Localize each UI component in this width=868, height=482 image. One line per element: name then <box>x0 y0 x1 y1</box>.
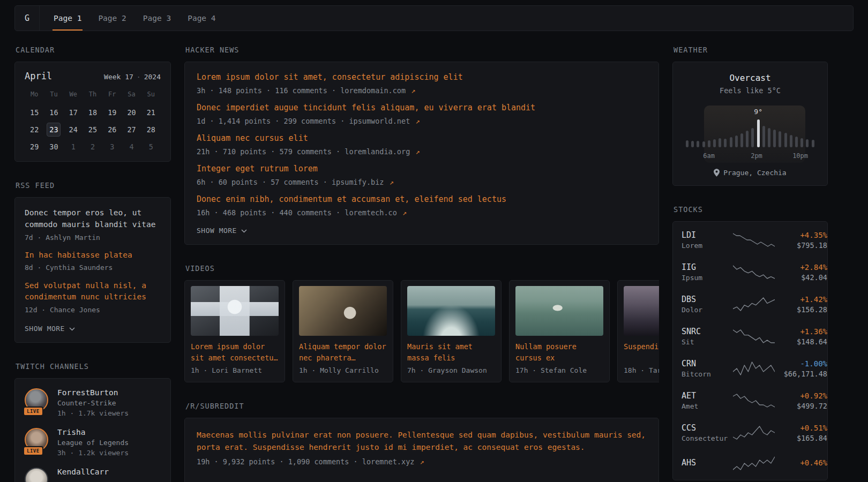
right-column: WEATHER Overcast Feels like 5°C 9° 6am2p… <box>672 46 828 482</box>
hn-item-title[interactable]: Aliquam nec cursus elit <box>197 133 647 144</box>
stock-row: IIGIpsum+2.84%$42.04 <box>682 256 819 288</box>
twitch-card: LIVEForrestBurtonCounter-Strike1h · 1.7k… <box>14 378 171 482</box>
hn-show-more-button[interactable]: SHOW MORE <box>197 227 247 235</box>
calendar-day-number: 4 <box>125 140 139 154</box>
video-thumbnail[interactable] <box>407 286 495 336</box>
weather-feels-like: Feels like 5°C <box>683 86 818 95</box>
subreddit-post-meta: 19h · 9,932 points · 1,090 comments · lo… <box>197 457 647 466</box>
current-temp-label: 9° <box>754 108 762 116</box>
video-title[interactable]: Mauris sit amet massa felis <box>407 341 495 363</box>
twitch-channel[interactable]: KendallCarr <box>25 468 161 482</box>
calendar-day: 22 <box>25 123 44 137</box>
video-title[interactable]: Suspendisse diam <box>624 341 659 363</box>
temp-bar <box>746 131 749 147</box>
stock-value-block: +0.46% <box>779 458 827 469</box>
stock-ticker-block: DBSDolor <box>682 295 729 314</box>
hn-item: Aliquam nec cursus elit21h · 710 points … <box>197 133 647 157</box>
calendar-day: 24 <box>64 123 83 137</box>
rss-item: Donec tempor eros leo, ut commodo mauris… <box>25 207 161 243</box>
video-card[interactable]: Aliquam tempor dolor nec pharetra…1h · M… <box>293 280 393 382</box>
temperature-bars: 9° <box>686 113 814 147</box>
stock-value-block: +0.92%$499.72 <box>779 391 827 410</box>
calendar-day: 26 <box>102 123 122 137</box>
temp-bar-current: 9° <box>757 119 760 147</box>
calendar-year: 2024 <box>144 73 161 81</box>
twitch-avatar: LIVE <box>25 388 49 415</box>
stock-sparkline-chart <box>733 264 775 280</box>
video-title[interactable]: Lorem ipsum dolor sit amet consectetu… <box>191 341 279 363</box>
stock-change: -1.00% <box>779 359 827 368</box>
stock-sparkline-chart <box>733 328 775 344</box>
calendar-day-header: Tu <box>44 88 63 102</box>
twitch-channel-game: Counter-Strike <box>57 399 129 407</box>
video-card[interactable]: Suspendisse diam18h · Tara <box>617 280 659 382</box>
hn-item-title[interactable]: Donec enim nibh, condimentum et accumsan… <box>197 194 647 205</box>
rss-card: Donec tempor eros leo, ut commodo mauris… <box>14 197 171 343</box>
calendar-day: 25 <box>83 123 102 137</box>
stock-name: Lorem <box>682 242 729 250</box>
calendar-day-number: 25 <box>86 123 100 137</box>
stock-price: $66,171.48 <box>779 370 827 378</box>
twitch-channel[interactable]: LIVETrishaLeague of Legends3h · 1.2k vie… <box>25 428 161 457</box>
stock-sparkline-chart <box>733 393 775 409</box>
rss-item-title[interactable]: Donec tempor eros leo, ut commodo mauris… <box>25 207 161 231</box>
dashboard-columns: CALENDAR April Week 17 · 2024 MoTuWeThFr… <box>14 46 854 482</box>
video-title[interactable]: Aliquam tempor dolor nec pharetra… <box>299 341 387 363</box>
video-thumbnail[interactable] <box>191 286 279 336</box>
video-card[interactable]: Mauris sit amet massa felis7h · Grayson … <box>401 280 502 382</box>
tab-page-3[interactable]: Page 3 <box>142 6 172 31</box>
rss-item-title[interactable]: In hac habitasse platea <box>25 250 161 261</box>
hn-item-title[interactable]: Lorem ipsum dolor sit amet, consectetur … <box>197 72 647 83</box>
temp-bar <box>768 128 770 147</box>
stock-ticker-block: LDILorem <box>682 230 729 250</box>
video-card[interactable]: Lorem ipsum dolor sit amet consectetu…1h… <box>184 280 285 382</box>
stock-change: +2.84% <box>779 263 827 272</box>
tab-page-1[interactable]: Page 1 <box>53 6 83 31</box>
external-link-icon: ↗ <box>420 457 424 466</box>
calendar-header: April Week 17 · 2024 <box>25 71 161 81</box>
stock-sparkline-chart <box>733 232 775 248</box>
calendar-day-number: 29 <box>27 140 41 154</box>
rss-item-title[interactable]: Sed volutpat nulla nisl, a condimentum n… <box>25 280 161 304</box>
rss-show-more-button[interactable]: SHOW MORE <box>25 325 75 333</box>
twitch-channel-meta: 3h · 1.2k viewers <box>57 449 129 457</box>
tab-page-4[interactable]: Page 4 <box>186 6 216 31</box>
tab-page-2[interactable]: Page 2 <box>97 6 127 31</box>
video-title[interactable]: Nullam posuere cursus ex <box>515 341 603 363</box>
calendar-day: 2 <box>83 140 102 154</box>
twitch-channel-name: ForrestBurton <box>57 388 129 397</box>
stock-symbol: LDI <box>682 230 729 240</box>
video-meta: 17h · Stefan Cole <box>515 366 603 374</box>
video-thumbnail[interactable] <box>299 286 387 336</box>
avatar-image <box>25 468 48 482</box>
video-thumbnail[interactable] <box>624 286 659 336</box>
stock-symbol: DBS <box>682 295 729 304</box>
calendar-day: 3 <box>102 140 122 154</box>
hn-item: Donec imperdiet augue tincidunt felis al… <box>197 102 647 126</box>
subreddit-post-title[interactable]: Maecenas mollis pulvinar erat non posuer… <box>197 429 647 453</box>
stock-row: AETAmet+0.92%$499.72 <box>682 385 819 417</box>
calendar-day-number: 5 <box>144 140 158 154</box>
stock-change: +4.35% <box>779 231 827 239</box>
calendar-day-number: 16 <box>47 106 61 119</box>
twitch-channel[interactable]: LIVEForrestBurtonCounter-Strike1h · 1.7k… <box>25 388 161 417</box>
hn-item-title[interactable]: Integer eget rutrum lorem <box>197 163 647 175</box>
stocks-list: LDILorem+4.35%$795.18IIGIpsum+2.84%$42.0… <box>682 224 819 478</box>
stock-ticker-block: CRNBitcorn <box>682 359 729 378</box>
stock-ticker-block: IIGIpsum <box>682 262 729 282</box>
tab-label: Page 3 <box>143 14 171 22</box>
hn-item: Lorem ipsum dolor sit amet, consectetur … <box>197 72 647 96</box>
video-meta: 1h · Molly Carrillo <box>299 366 387 374</box>
video-card[interactable]: Nullam posuere cursus ex17h · Stefan Col… <box>509 280 610 382</box>
stock-price: $156.28 <box>779 305 827 314</box>
twitch-channel-name: KendallCarr <box>57 468 109 476</box>
stock-value-block: +1.36%$148.64 <box>779 327 827 346</box>
calendar-day: 15 <box>25 106 44 119</box>
app-logo[interactable]: G <box>15 6 40 31</box>
stock-symbol: IIG <box>682 262 729 272</box>
hn-item-title[interactable]: Donec imperdiet augue tincidunt felis al… <box>197 102 647 114</box>
hacker-news-widget: HACKER NEWS Lorem ipsum dolor sit amet, … <box>184 46 659 245</box>
subreddit-post: Maecenas mollis pulvinar erat non posuer… <box>197 429 647 466</box>
video-thumbnail[interactable] <box>515 286 603 336</box>
stock-sparkline <box>733 328 775 344</box>
